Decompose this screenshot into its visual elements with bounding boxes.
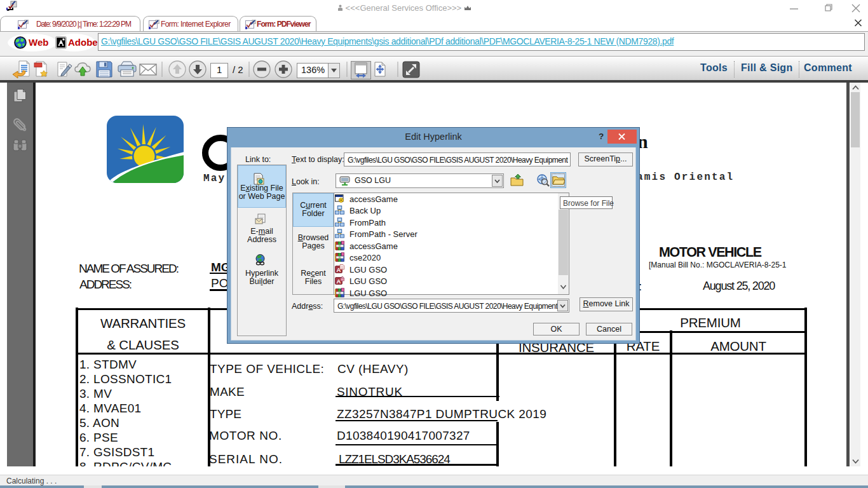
svg-text:/ 2: / 2: [233, 64, 243, 75]
svg-text:1: 1: [217, 64, 222, 75]
svg-text:136%: 136%: [301, 65, 325, 75]
